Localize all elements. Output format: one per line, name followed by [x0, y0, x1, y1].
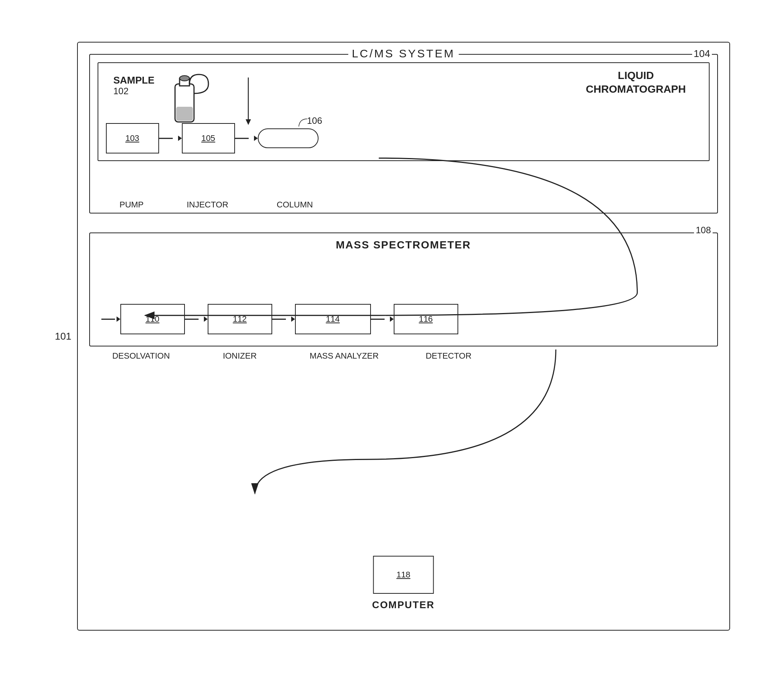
injector-box: 105: [182, 123, 235, 153]
arrow-injector-to-col: [235, 123, 258, 153]
arrow-pump-to-injector: [159, 134, 182, 142]
svg-point-3: [180, 76, 189, 81]
mass-analyzer-label: MASS ANALYZER: [306, 351, 382, 361]
ionizer-ref-label: 112: [233, 314, 247, 324]
pump-label: PUMP: [105, 200, 158, 210]
ref-108: 108: [694, 225, 712, 236]
lc-component-labels: PUMP INJECTOR COLUMN: [105, 200, 333, 210]
ref-102: 102: [114, 86, 129, 96]
detector-ref-label: 116: [419, 314, 433, 324]
ref-104: 104: [692, 48, 711, 60]
desolvation-box: 110: [120, 304, 185, 334]
detector-label: DETECTOR: [416, 351, 481, 361]
lc-title: LIQUID CHROMATOGRAPH: [586, 69, 686, 96]
ms-title: MASS SPECTROMETER: [336, 239, 471, 251]
mass-analyzer-box: 114: [295, 304, 371, 334]
computer-box: 118: [373, 556, 434, 594]
lcms-title: LC/MS SYSTEM: [348, 47, 459, 60]
column-label: COLUMN: [257, 200, 333, 210]
pump-ref-label: 103: [125, 133, 139, 143]
desolvation-label: DESOLVATION: [109, 351, 174, 361]
computer-section: 118 COMPUTER: [372, 556, 435, 611]
detector-box: 116: [394, 304, 458, 334]
arrow-desolvation-ionizer: [185, 315, 208, 323]
column-shape: [258, 128, 319, 148]
ref-106-line: [296, 117, 311, 130]
desolvation-ref-label: 110: [145, 314, 159, 324]
outer-system-box: 101 LC/MS SYSTEM 104 LIQUID CHROMATOGRAP…: [77, 42, 730, 631]
ionizer-label: IONIZER: [208, 351, 272, 361]
ms-component-labels: DESOLVATION IONIZER MASS ANALYZER DETECT…: [109, 351, 481, 361]
lc-box: LIQUID CHROMATOGRAPH SAMPLE 102: [98, 62, 710, 161]
ms-box: MASS SPECTROMETER 108 110 112: [89, 232, 718, 346]
computer-label: COMPUTER: [372, 599, 435, 611]
svg-marker-5: [246, 119, 251, 125]
lcms-system-box: LC/MS SYSTEM 104 LIQUID CHROMATOGRAPH SA…: [89, 54, 718, 213]
arrow-ionizer-analyzer: [272, 315, 295, 323]
sample-down-arrow: [245, 77, 252, 127]
injector-ref-label: 105: [201, 133, 215, 143]
lc-components: 103 105: [106, 123, 319, 153]
sample-label: SAMPLE: [114, 74, 155, 86]
ms-comp-group: 110 112 114 116: [101, 304, 458, 334]
arrow-analyzer-detector: [371, 315, 394, 323]
svg-rect-1: [176, 107, 193, 121]
page: 101 LC/MS SYSTEM 104 LIQUID CHROMATOGRAP…: [32, 27, 753, 653]
pump-box: 103: [106, 123, 159, 153]
arrow-enter-desolvation: [101, 315, 120, 323]
computer-ref-label: 118: [396, 570, 410, 580]
ref-101: 101: [55, 331, 71, 342]
ionizer-box: 112: [208, 304, 272, 334]
ms-components: 110 112 114 116: [101, 304, 706, 334]
mass-analyzer-ref-label: 114: [326, 314, 340, 324]
injector-label: INJECTOR: [181, 200, 234, 210]
column-area: 106: [258, 128, 319, 148]
